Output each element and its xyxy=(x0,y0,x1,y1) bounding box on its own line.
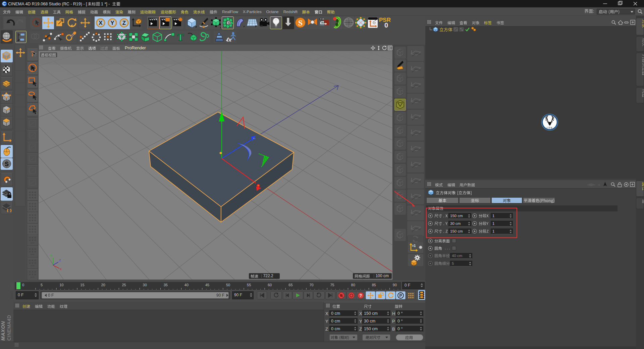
svg-text:fx: fx xyxy=(227,37,232,42)
svg-text:CINEMA4D: CINEMA4D xyxy=(6,315,12,341)
svg-text:S: S xyxy=(298,18,303,27)
svg-text:Y: Y xyxy=(110,20,114,26)
svg-text:P: P xyxy=(399,293,402,298)
svg-text:X: X xyxy=(99,20,103,26)
svg-text:T: T xyxy=(177,32,184,42)
svg-text:?: ? xyxy=(360,293,362,298)
svg-text:MAXON: MAXON xyxy=(1,321,6,341)
svg-text:=1: =1 xyxy=(412,244,416,248)
svg-text:Z: Z xyxy=(122,20,126,26)
svg-text:S: S xyxy=(5,161,9,167)
